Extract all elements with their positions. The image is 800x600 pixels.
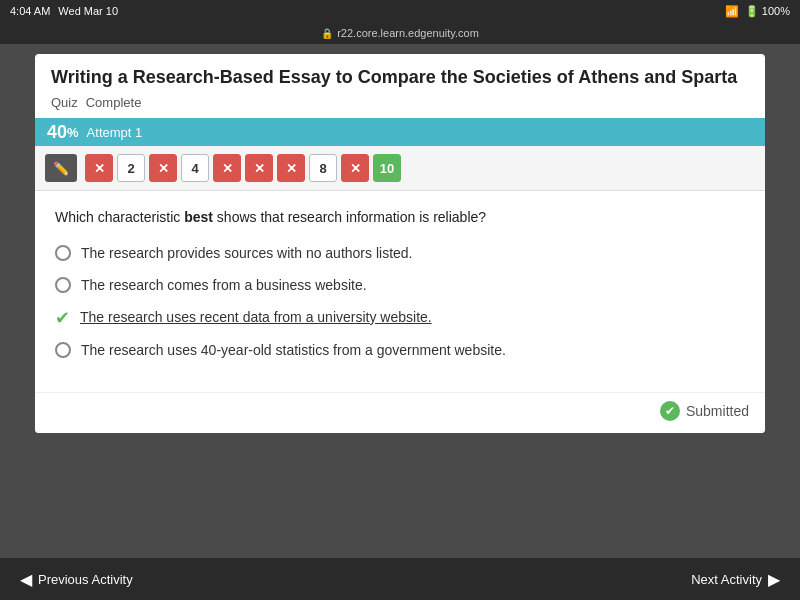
radio-button-1[interactable] bbox=[55, 245, 71, 261]
submitted-badge: ✔ Submitted bbox=[660, 401, 749, 421]
nav-item-6[interactable]: ✕ bbox=[245, 154, 273, 182]
status-right: 📶 🔋 100% bbox=[725, 5, 790, 18]
card-title: Writing a Research-Based Essay to Compar… bbox=[51, 66, 749, 89]
content-card: Writing a Research-Based Essay to Compar… bbox=[35, 54, 765, 433]
answer-option-4[interactable]: The research uses 40-year-old statistics… bbox=[55, 341, 745, 361]
radio-button-2[interactable] bbox=[55, 277, 71, 293]
percent-number: 40 bbox=[47, 122, 67, 143]
answer-text-4: The research uses 40-year-old statistics… bbox=[81, 341, 506, 361]
percent-sign: % bbox=[67, 125, 79, 140]
nav-item-9[interactable]: ✕ bbox=[341, 154, 369, 182]
question-text-after: shows that research information is relia… bbox=[213, 209, 486, 225]
radio-button-4[interactable] bbox=[55, 342, 71, 358]
previous-activity-button[interactable]: ◀ Previous Activity bbox=[10, 564, 143, 595]
arrow-left-icon: ◀ bbox=[20, 570, 32, 589]
question-text-before: Which characteristic bbox=[55, 209, 184, 225]
date-display: Wed Mar 10 bbox=[58, 5, 118, 17]
answer-text-3: The research uses recent data from a uni… bbox=[80, 308, 432, 328]
submitted-label: Submitted bbox=[686, 403, 749, 419]
answer-text-2: The research comes from a business websi… bbox=[81, 276, 367, 296]
bottom-nav: ◀ Previous Activity Next Activity ▶ bbox=[0, 558, 800, 600]
nav-item-7[interactable]: ✕ bbox=[277, 154, 305, 182]
complete-label: Complete bbox=[86, 95, 142, 110]
nav-item-5[interactable]: ✕ bbox=[213, 154, 241, 182]
answer-option-1[interactable]: The research provides sources with no au… bbox=[55, 244, 745, 264]
answer-option-3[interactable]: ✔ The research uses recent data from a u… bbox=[55, 308, 745, 329]
status-left: 4:04 AM Wed Mar 10 bbox=[10, 5, 118, 17]
question-bold-word: best bbox=[184, 209, 213, 225]
arrow-right-icon: ▶ bbox=[768, 570, 780, 589]
nav-item-10[interactable]: 10 bbox=[373, 154, 401, 182]
submitted-check-icon: ✔ bbox=[660, 401, 680, 421]
quiz-label: Quiz bbox=[51, 95, 78, 110]
nav-item-1[interactable]: ✕ bbox=[85, 154, 113, 182]
question-text: Which characteristic best shows that res… bbox=[55, 207, 745, 228]
card-header: Writing a Research-Based Essay to Compar… bbox=[35, 54, 765, 118]
nav-row: ✏️ ✕ 2 ✕ 4 ✕ ✕ ✕ 8 ✕ 10 bbox=[35, 146, 765, 191]
next-activity-button[interactable]: Next Activity ▶ bbox=[681, 564, 790, 595]
check-icon: ✔ bbox=[55, 307, 70, 329]
card-subtitle: Quiz Complete bbox=[51, 95, 749, 110]
question-area: Which characteristic best shows that res… bbox=[35, 191, 765, 392]
time-display: 4:04 AM bbox=[10, 5, 50, 17]
nav-item-4[interactable]: 4 bbox=[181, 154, 209, 182]
next-label: Next Activity bbox=[691, 572, 762, 587]
nav-item-2[interactable]: 2 bbox=[117, 154, 145, 182]
url-bar: 🔒 r22.core.learn.edgenuity.com bbox=[0, 22, 800, 44]
answer-option-2[interactable]: The research comes from a business websi… bbox=[55, 276, 745, 296]
lock-icon: 🔒 bbox=[321, 28, 333, 39]
main-content: Writing a Research-Based Essay to Compar… bbox=[0, 44, 800, 558]
url-text: r22.core.learn.edgenuity.com bbox=[337, 27, 479, 39]
attempt-label: Attempt 1 bbox=[87, 125, 143, 140]
previous-label: Previous Activity bbox=[38, 572, 133, 587]
nav-item-8[interactable]: 8 bbox=[309, 154, 337, 182]
progress-bar: 40 % Attempt 1 bbox=[35, 118, 765, 146]
status-bar: 4:04 AM Wed Mar 10 📶 🔋 100% bbox=[0, 0, 800, 22]
submitted-area: ✔ Submitted bbox=[35, 392, 765, 433]
wifi-icon: 📶 bbox=[725, 5, 739, 18]
edit-button[interactable]: ✏️ bbox=[45, 154, 77, 182]
battery-display: 🔋 100% bbox=[745, 5, 790, 18]
answer-text-1: The research provides sources with no au… bbox=[81, 244, 413, 264]
nav-item-3[interactable]: ✕ bbox=[149, 154, 177, 182]
